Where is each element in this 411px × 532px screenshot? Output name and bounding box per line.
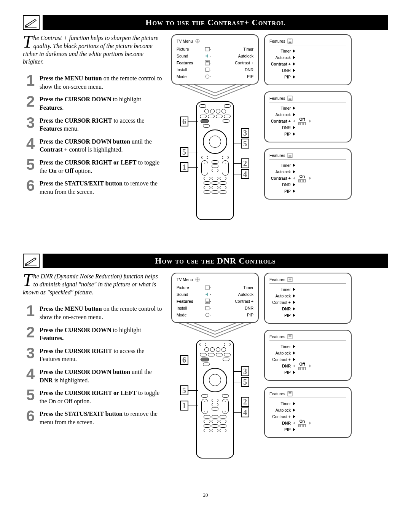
step-list: 1Press the MENU button on the remote con… xyxy=(23,303,164,426)
panel-item: DNR xyxy=(269,182,293,187)
picture-icon xyxy=(205,285,210,290)
tv-menu-item-selected: Features xyxy=(177,61,205,65)
arrow-right-icon xyxy=(293,358,295,361)
step-item: 4Press the CURSOR DOWN button until the … xyxy=(23,366,164,384)
tv-submenu-item: DNR xyxy=(245,306,253,310)
hand-writing-icon xyxy=(23,15,40,30)
step-item: 4Press the CURSOR DOWN button until the … xyxy=(23,136,164,154)
tv-menu-title: TV Menu xyxy=(177,277,193,282)
callout-3: 3 xyxy=(241,366,249,376)
arrow-right-icon xyxy=(293,126,295,129)
panel-title: Features xyxy=(269,391,285,396)
svg-rect-9 xyxy=(205,286,210,289)
mode-icon xyxy=(205,313,210,317)
step-list: 1Press the MENU button on the remote con… xyxy=(23,73,164,196)
panel-title: Features xyxy=(269,277,285,282)
panel-item: Contrast + xyxy=(269,357,293,362)
tv-submenu-item: DNR xyxy=(245,67,253,72)
arrow-right-icon xyxy=(309,120,311,123)
step-item: 2Press the CURSOR DOWN to highlight Feat… xyxy=(23,94,164,112)
step-text: Press the STATUS/EXIT button to remove t… xyxy=(40,178,164,196)
features-panel-1: Features Timer Autolock Contrast + DNR P… xyxy=(264,34,352,85)
panel-item: Autolock xyxy=(269,351,293,355)
arrow-left-icon xyxy=(293,120,295,123)
feature-panels: Features Timer Autolock Contrast + DNR P… xyxy=(264,273,388,469)
panel-item: Timer xyxy=(269,401,293,406)
step-number: 2 xyxy=(23,94,38,109)
arrow-right-icon xyxy=(293,56,295,59)
features-panel-1: Features Timer Autolock Contrast + DNR P… xyxy=(264,273,352,324)
step-text: Press the CURSOR RIGHT or LEFT to toggle… xyxy=(40,157,164,175)
value-bar-icon xyxy=(298,179,306,182)
tv-menu-item: Install xyxy=(177,67,205,72)
arrow-right-icon xyxy=(293,307,295,310)
tv-submenu-item: Contrast + xyxy=(235,61,253,65)
value-bar-icon xyxy=(298,122,306,125)
arrow-right-icon xyxy=(293,314,295,317)
tv-submenu-item: Timer xyxy=(244,285,253,290)
tv-submenu-item: Autolock xyxy=(238,292,253,297)
install-icon xyxy=(205,306,210,310)
step-text: Press the MENU button on the remote cont… xyxy=(40,303,164,321)
tv-and-remote: TV Menu Picture Sound Features Install M… xyxy=(171,273,259,469)
features-icon xyxy=(205,299,210,304)
arrow-right-icon xyxy=(293,164,295,167)
arrow-right-icon xyxy=(293,133,295,136)
callout-5: 5 xyxy=(180,147,188,157)
features-panel-3: Features Timer Autolock Contrast + DNROn… xyxy=(264,387,352,438)
panel-title: Features xyxy=(269,334,285,339)
arrow-left-icon xyxy=(293,422,295,425)
panel-item-selected: Contrast + xyxy=(269,62,293,66)
tv-and-remote: TV Menu Picture Sound Features Install M… xyxy=(171,34,259,231)
hand-writing-icon xyxy=(23,254,40,268)
step-item: 6Press the STATUS/EXIT button to remove … xyxy=(23,408,164,426)
svg-rect-3 xyxy=(206,68,209,71)
step-text: Press the CURSOR RIGHT or LEFT to toggle… xyxy=(40,387,164,405)
callout-5r: 5 xyxy=(241,139,249,149)
section-title: How to use the DNR Controls xyxy=(43,254,388,268)
arrow-right-icon xyxy=(293,294,295,297)
svg-rect-1 xyxy=(205,47,210,51)
instructions-column: The DNR (Dynamic Noise Reduction) functi… xyxy=(23,273,164,469)
tv-menu-left-col: Picture Sound Features Install Mode xyxy=(177,46,210,80)
tv-menu-title: TV Menu xyxy=(177,39,193,43)
panel-item: Autolock xyxy=(269,112,293,117)
arrow-right-icon xyxy=(293,409,295,412)
svg-point-4 xyxy=(206,75,209,78)
features-icon xyxy=(287,39,293,43)
panel-item: PIP xyxy=(269,132,293,136)
remote-nav-pad xyxy=(203,129,227,154)
tv-menu-item: Mode xyxy=(177,74,205,79)
tv-menu-item-selected: Features xyxy=(177,299,205,304)
arrow-right-icon xyxy=(293,183,295,186)
arrow-right-icon xyxy=(309,422,311,425)
arrow-right-icon xyxy=(293,190,295,193)
step-number: 3 xyxy=(23,115,38,130)
panel-item: PIP xyxy=(269,75,293,79)
tv-submenu-item: Timer xyxy=(244,47,253,51)
panel-item: Timer xyxy=(269,49,293,53)
dropcap: T xyxy=(23,34,33,49)
section-contrast: How to use the Contrast+ Control The Con… xyxy=(23,15,388,231)
features-icon xyxy=(287,277,293,282)
tv-menu-item: Install xyxy=(177,306,205,310)
remote-body: +− +− xyxy=(196,101,234,220)
dropcap: T xyxy=(23,273,33,287)
arrow-right-icon xyxy=(293,371,295,374)
arrow-right-icon xyxy=(293,113,295,116)
tv-menu-frame: TV Menu Picture Sound Features Install M… xyxy=(171,34,259,85)
features-icon xyxy=(205,61,210,65)
callout-6: 6 xyxy=(180,117,188,126)
step-item: 3Press the CURSOR RIGHT to access the Fe… xyxy=(23,115,164,133)
features-icon xyxy=(287,96,293,101)
callout-1: 1 xyxy=(180,401,188,411)
panel-value: Off xyxy=(298,362,306,366)
sound-icon xyxy=(205,54,210,58)
step-text: Press the CURSOR RIGHT to access the Fea… xyxy=(40,115,164,133)
remote-body: +− +− xyxy=(196,340,234,459)
instructions-column: The Contrast + function helps to sharpen… xyxy=(23,34,164,231)
arrow-right-icon xyxy=(293,351,295,355)
features-panel-2: Features Timer Autolock Contrast + DNROf… xyxy=(264,330,352,381)
panel-item: DNR xyxy=(269,68,293,73)
install-icon xyxy=(205,67,210,72)
